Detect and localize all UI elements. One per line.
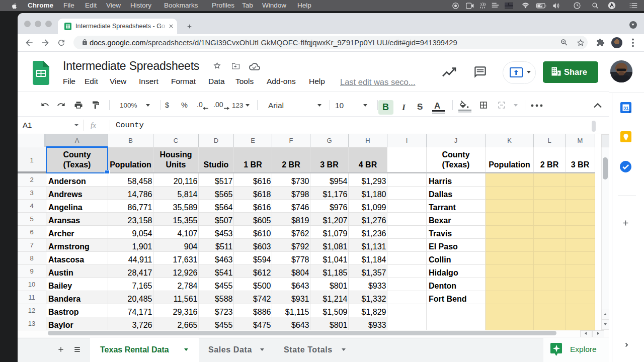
svg-text:31: 31 <box>623 105 629 111</box>
